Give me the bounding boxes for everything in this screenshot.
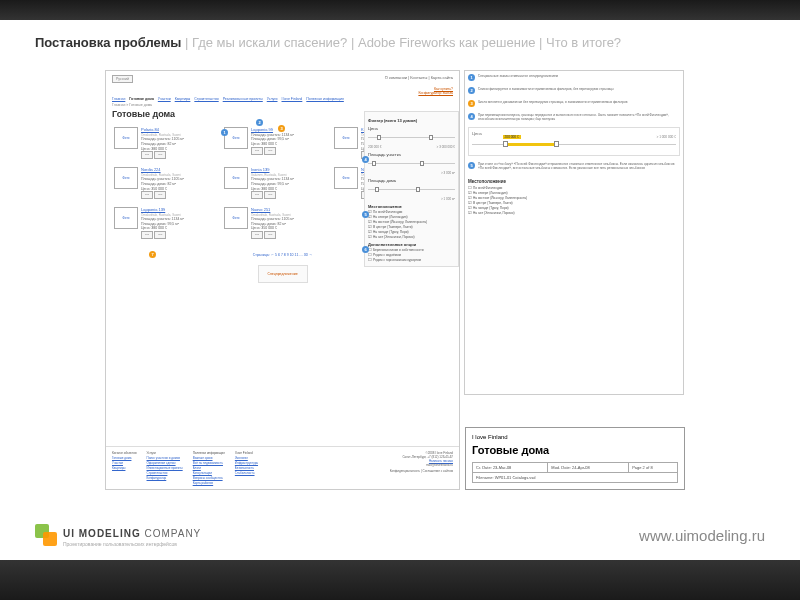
filter-checkbox[interactable]: Рядом с горнолыжным курортом — [368, 258, 455, 262]
price-slider-example[interactable]: 200 000 € > 1 000 000 € — [472, 138, 676, 152]
product-card[interactable]: ФотоIvonia 139Salainen, Ruotsala, SuomiП… — [220, 165, 330, 201]
filter-sidebar: Фильтр (всего 13 домов) Цена 200 000 €> … — [364, 111, 459, 267]
loc-checkbox[interactable]: На севере (Лапландия) — [468, 191, 680, 195]
main-nav: Главная Готовые дома Участки Квартиры Ст… — [106, 95, 459, 103]
product-card[interactable]: ФотоLapponia 139Omakotitalo, Ruotsala, S… — [110, 205, 220, 241]
annotation-7: 7 — [149, 251, 156, 258]
photo-placeholder[interactable]: Фото — [224, 207, 248, 229]
filter-checkbox[interactable]: По всей Финляндии — [368, 210, 455, 214]
crumb: Adobe Fireworks как решение — [358, 35, 535, 50]
wireframe-notes: 1Специальные заказы отмечаются спецпредл… — [464, 70, 684, 395]
loc-checkbox[interactable]: На востоке (Йоэнсуу, Лаппеенранта) — [468, 196, 680, 200]
crumb: Что в итоге? — [546, 35, 621, 50]
logo-icon — [35, 524, 57, 546]
filter-checkbox[interactable]: На юге (Хельсинки, Порвоо) — [368, 235, 455, 239]
price-example: Цена 200 000 € > 1 000 000 € — [468, 127, 680, 156]
slide: Постановка проблемы | Где мы искали спас… — [0, 20, 800, 560]
lang-button[interactable]: Русский — [112, 75, 133, 83]
footer-col: I love FinlandЭкологияИнфраструктураБезо… — [235, 451, 258, 485]
filter-checkbox[interactable]: В центре (Тампере, Лахти) — [368, 225, 455, 229]
breadcrumb: Постановка проблемы | Где мы искали спас… — [35, 35, 765, 50]
photo-placeholder[interactable]: Фото — [334, 127, 358, 149]
annotation-2: 2 — [256, 119, 263, 126]
photo-placeholder[interactable]: Фото — [334, 167, 358, 189]
page-footer: Каталог объектовГотовые домаУчасткиКварт… — [106, 446, 459, 489]
promo-box[interactable]: Спецпредложение — [258, 265, 308, 283]
annotation-3: 3 — [278, 125, 285, 132]
filter-checkbox[interactable]: На севере (Лапландия) — [368, 215, 455, 219]
photo-placeholder[interactable]: Фото — [224, 167, 248, 189]
footer-col: Полезная информацияВажные срокиВсё на не… — [193, 451, 225, 485]
filter-checkbox[interactable]: На востоке (Йоэнсуу, Лаппеенранта) — [368, 220, 455, 224]
loc-checkbox[interactable]: В центре (Тампере, Лахти) — [468, 201, 680, 205]
product-card[interactable]: ФотоLapponia 99Площадь участка: 1134 м²П… — [220, 125, 330, 161]
photo-placeholder[interactable]: Фото — [114, 127, 138, 149]
price-slider[interactable] — [368, 133, 455, 143]
company-url: www.uimodeling.ru — [639, 527, 765, 544]
house-slider[interactable] — [368, 185, 455, 195]
filter-checkbox[interactable]: Береговая линия в собственности — [368, 248, 455, 252]
crumb: Где мы искали спасение? — [192, 35, 347, 50]
annotation-6: 6 — [362, 246, 369, 253]
slide-footer: UI MODELING COMPANY Проектирование польз… — [0, 510, 800, 560]
title-card: I love Finland Готовые дома Cr. Date: 23… — [465, 427, 685, 490]
filter-checkbox[interactable]: Рядом с водоёмом — [368, 253, 455, 257]
photo-placeholder[interactable]: Фото — [114, 207, 138, 229]
footer-col: УслугиПоиск участков и домовОформление с… — [147, 451, 183, 485]
annotation-1: 1 — [221, 129, 228, 136]
loc-checkbox[interactable]: По всей Финляндии — [468, 186, 680, 190]
annotation-4: 4 — [362, 156, 369, 163]
loc-checkbox[interactable]: На юге (Хельсинки, Порвоо) — [468, 211, 680, 215]
loc-checkbox[interactable]: На западе (Турку, Пори) — [468, 206, 680, 210]
lot-slider[interactable] — [368, 159, 455, 169]
product-card[interactable]: ФотоNuovo 251Omakotitalo, Ruotsala, Suom… — [220, 205, 330, 241]
product-card[interactable]: ФотоNordia 224Omakotitalo, Ruotsala, Suo… — [110, 165, 220, 201]
photo-placeholder[interactable]: Фото — [114, 167, 138, 189]
crumb-active: Постановка проблемы — [35, 35, 181, 50]
wireframe-catalog: Русский О компании | Контакты | Карта са… — [105, 70, 460, 490]
filter-checkbox[interactable]: На западе (Турку, Пори) — [368, 230, 455, 234]
annotation-5: 5 — [362, 211, 369, 218]
product-card[interactable]: ФотоPolaria 84Omakotitalo, Ruotsala, Suo… — [110, 125, 220, 161]
footer-contact: ©2008 I love Finland Санкт-Петербург, +7… — [390, 451, 453, 485]
footer-col: Каталог объектовГотовые домаУчасткиКварт… — [112, 451, 137, 485]
company-logo: UI MODELING COMPANY Проектирование польз… — [35, 523, 201, 547]
mockup-area: Русский О компании | Контакты | Карта са… — [105, 70, 685, 490]
location-example: Местоположение По всей ФинляндииНа север… — [468, 179, 680, 215]
top-links: О компании | Контакты | Карта сайта — [385, 75, 453, 83]
